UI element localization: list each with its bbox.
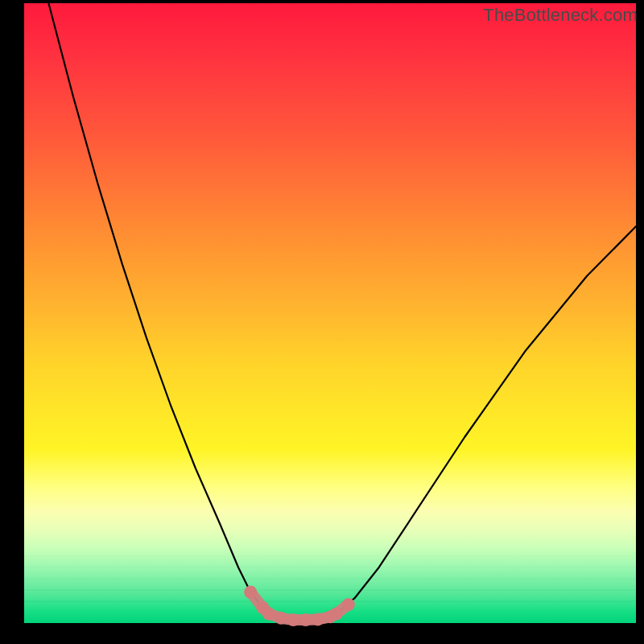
- valley-dot: [299, 613, 312, 626]
- valley-dot: [330, 608, 343, 621]
- valley-dot: [287, 613, 299, 626]
- valley-dot: [312, 613, 324, 625]
- valley-dot: [244, 586, 257, 599]
- valley-dot: [275, 612, 287, 625]
- plot-area: [24, 3, 636, 623]
- curve-svg: [24, 3, 636, 623]
- chart-frame: TheBottleneck.com: [0, 0, 644, 644]
- valley-dot: [342, 598, 355, 611]
- valley-dot: [262, 608, 275, 621]
- main-curve: [48, 3, 636, 620]
